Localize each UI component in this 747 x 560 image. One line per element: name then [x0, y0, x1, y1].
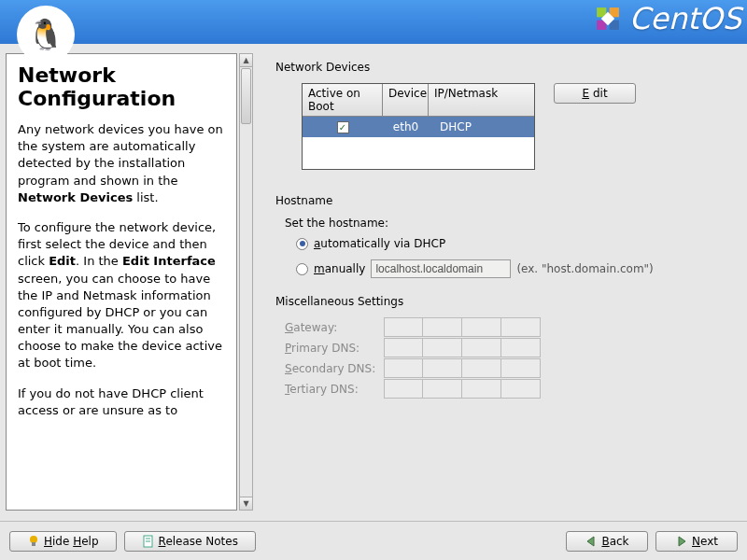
sdns-seg1[interactable]	[384, 358, 423, 378]
help-title: Network Configuration	[18, 63, 225, 110]
gateway-seg4[interactable]	[501, 317, 541, 337]
svg-marker-11	[679, 537, 685, 546]
table-empty-row[interactable]	[303, 137, 534, 169]
col-ip[interactable]: IP/Netmask	[429, 84, 534, 117]
help-scrollbar[interactable]: ▲ ▼	[239, 53, 253, 511]
main-panel: Network Devices Active on Boot Device IP…	[257, 44, 747, 520]
pdns-seg3[interactable]	[462, 338, 501, 357]
devices-table[interactable]: Active on Boot Device IP/Netmask ✓ eth0 …	[302, 83, 535, 170]
pdns-seg2[interactable]	[423, 338, 462, 357]
help-para-3: If you do not have DHCP client access or…	[18, 385, 225, 419]
help-panel: Network Configuration Any network device…	[0, 44, 257, 520]
scroll-thumb[interactable]	[241, 68, 251, 124]
secondary-dns-row: Secondary DNS:	[285, 358, 719, 378]
back-label: Back	[601, 535, 628, 548]
col-device[interactable]: Device	[383, 84, 429, 117]
centos-brand: CentOS	[592, 1, 741, 36]
primary-dns-label: Primary DNS:	[285, 342, 384, 355]
tertiary-dns-row: Tertiary DNS:	[285, 379, 719, 399]
help-text: Network Configuration Any network device…	[6, 53, 237, 511]
radio-manual[interactable]: manually (ex. "host.domain.com")	[296, 259, 719, 278]
table-header: Active on Boot Device IP/Netmask	[303, 84, 534, 117]
gateway-row: Gateway:	[285, 317, 719, 337]
notes-icon	[142, 535, 155, 548]
svg-rect-6	[32, 542, 35, 546]
gateway-seg2[interactable]	[423, 317, 462, 337]
hostname-example: (ex. "host.domain.com")	[516, 262, 653, 275]
network-devices-label: Network Devices	[275, 61, 719, 74]
secondary-dns-label: Secondary DNS:	[285, 362, 384, 375]
gateway-seg3[interactable]	[462, 317, 501, 337]
pdns-seg1[interactable]	[384, 338, 423, 357]
radio-auto-icon[interactable]	[296, 238, 308, 250]
gateway-seg1[interactable]	[384, 317, 423, 337]
col-active[interactable]: Active on Boot	[303, 84, 383, 117]
misc-label: Miscellaneous Settings	[275, 295, 719, 308]
sdns-seg3[interactable]	[462, 358, 501, 378]
footer-bar: Hide Help Release Notes Back Next	[0, 521, 747, 560]
centos-logo-icon	[592, 3, 624, 35]
back-arrow-icon	[585, 535, 598, 548]
cell-device: eth0	[383, 120, 429, 133]
hostname-label: Hostname	[275, 194, 719, 207]
set-hostname-label: Set the hostname:	[285, 217, 719, 230]
tdns-seg1[interactable]	[384, 379, 423, 399]
tdns-seg3[interactable]	[462, 379, 501, 399]
edit-button[interactable]: Edit	[554, 83, 636, 104]
hide-help-button[interactable]: Hide Help	[9, 531, 117, 552]
tux-logo: 🐧	[17, 6, 75, 63]
tdns-seg4[interactable]	[501, 379, 541, 399]
radio-manual-label: manually	[314, 262, 365, 275]
svg-marker-10	[587, 537, 594, 546]
svg-point-5	[30, 536, 37, 543]
lightbulb-icon	[27, 535, 40, 548]
gateway-label: Gateway:	[285, 321, 384, 334]
primary-dns-row: Primary DNS:	[285, 338, 719, 357]
cell-ip: DHCP	[429, 120, 534, 133]
next-arrow-icon	[675, 535, 688, 548]
brand-text: CentOS	[629, 1, 741, 36]
release-notes-label: Release Notes	[159, 535, 238, 548]
tdns-seg2[interactable]	[423, 379, 462, 399]
scroll-up-icon[interactable]: ▲	[240, 54, 252, 67]
sdns-seg2[interactable]	[423, 358, 462, 378]
radio-manual-icon[interactable]	[296, 263, 308, 275]
sdns-seg4[interactable]	[501, 358, 541, 378]
back-button[interactable]: Back	[566, 531, 648, 552]
table-row[interactable]: ✓ eth0 DHCP	[303, 117, 534, 137]
next-button[interactable]: Next	[655, 531, 738, 552]
help-para-1: Any network devices you have on the syst…	[18, 121, 225, 206]
radio-auto-label: automatically via DHCP	[314, 237, 445, 250]
hide-help-label: Hide Help	[44, 535, 99, 548]
next-label: Next	[692, 535, 718, 548]
pdns-seg4[interactable]	[501, 338, 541, 357]
hostname-input[interactable]	[371, 259, 511, 278]
active-checkbox[interactable]: ✓	[337, 121, 349, 133]
scroll-track[interactable]	[240, 125, 252, 497]
radio-auto[interactable]: automatically via DHCP	[296, 237, 719, 250]
scroll-down-icon[interactable]: ▼	[240, 497, 252, 510]
help-para-2: To configure the network device, first s…	[18, 219, 225, 372]
header-bar: 🐧 CentOS	[0, 0, 747, 44]
release-notes-button[interactable]: Release Notes	[124, 531, 256, 552]
tertiary-dns-label: Tertiary DNS:	[285, 383, 384, 396]
